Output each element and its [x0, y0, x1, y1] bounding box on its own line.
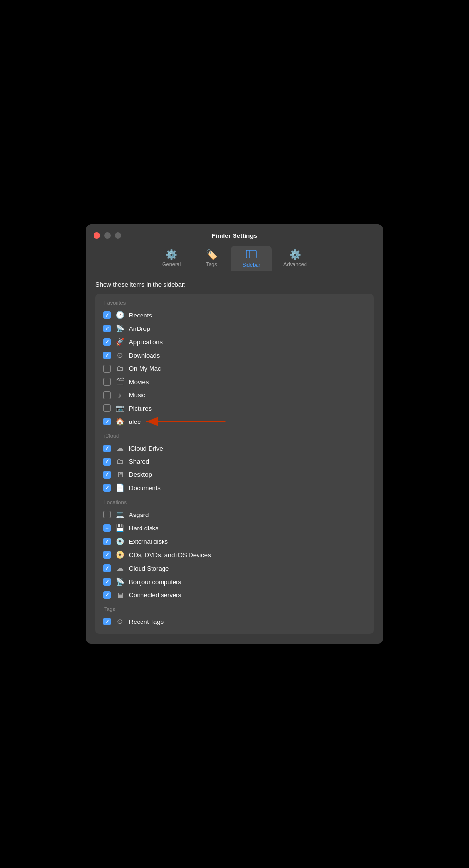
tab-sidebar-label: Sidebar [242, 262, 260, 268]
checkbox-cloud-storage[interactable] [103, 564, 111, 572]
label-applications: Applications [129, 339, 163, 346]
checkbox-cds-dvds[interactable] [103, 551, 111, 559]
desktop-icon: 🖥 [116, 470, 124, 479]
label-desktop: Desktop [129, 471, 152, 478]
label-airdrop: AirDrop [129, 325, 150, 332]
tab-bar: ⚙️ General 🏷️ Tags Sidebar ⚙️ Advanced [151, 246, 318, 271]
label-on-my-mac: On My Mac [129, 365, 161, 372]
checkbox-airdrop[interactable] [103, 325, 111, 332]
label-icloud-drive: iCloud Drive [129, 445, 163, 452]
section-locations-label: Locations [103, 499, 366, 505]
checkbox-shared[interactable] [103, 458, 111, 466]
traffic-lights [94, 232, 121, 239]
sidebar-items-list: Favorites 🕐 Recents 📡 AirDrop 🚀 Applicat… [95, 294, 374, 634]
tab-advanced[interactable]: ⚙️ Advanced [272, 246, 318, 271]
label-music: Music [129, 391, 145, 399]
list-item-applications: 🚀 Applications [103, 335, 366, 349]
list-item-icloud-drive: ☁ iCloud Drive [103, 442, 366, 455]
label-recents: Recents [129, 312, 152, 319]
checkbox-recents[interactable] [103, 311, 111, 319]
bonjour-icon: 📡 [116, 577, 124, 586]
label-cds-dvds: CDs, DVDs, and iOS Devices [129, 551, 211, 559]
checkbox-recent-tags[interactable] [103, 618, 111, 625]
checkbox-connected-servers[interactable] [103, 591, 111, 599]
label-hard-disks: Hard disks [129, 525, 158, 532]
sidebar-icon [246, 250, 257, 260]
documents-icon: 📄 [116, 483, 124, 492]
subtitle: Show these items in the sidebar: [95, 281, 374, 288]
checkbox-external-disks[interactable] [103, 538, 111, 545]
shared-icon: 🗂 [116, 457, 124, 466]
airdrop-icon: 📡 [116, 324, 124, 333]
on-my-mac-icon: 🗂 [116, 364, 124, 373]
tab-sidebar[interactable]: Sidebar [231, 246, 272, 271]
checkbox-desktop[interactable] [103, 471, 111, 479]
annotation-arrow [141, 414, 371, 429]
advanced-icon: ⚙️ [289, 250, 301, 259]
checkbox-on-my-mac[interactable] [103, 365, 111, 373]
list-item-cloud-storage: ☁ Cloud Storage [103, 562, 366, 575]
section-tags-label: Tags [103, 606, 366, 612]
label-asgard: Asgard [129, 511, 149, 518]
label-alec: alec [129, 418, 141, 425]
list-item-on-my-mac: 🗂 On My Mac [103, 362, 366, 375]
tab-tags[interactable]: 🏷️ Tags [192, 246, 231, 271]
alec-icon: 🏠 [116, 417, 124, 426]
list-item-music: ♪ Music [103, 388, 366, 401]
list-item-recents: 🕐 Recents [103, 308, 366, 322]
tab-general-label: General [162, 261, 181, 267]
list-item-bonjour: 📡 Bonjour computers [103, 575, 366, 588]
label-connected-servers: Connected servers [129, 591, 181, 598]
label-recent-tags: Recent Tags [129, 618, 164, 625]
close-button[interactable] [94, 232, 100, 239]
minimize-button[interactable] [104, 232, 111, 239]
list-item-hard-disks: 💾 Hard disks [103, 521, 366, 535]
content-area: Show these items in the sidebar: Favorit… [86, 271, 383, 644]
list-item-connected-servers: 🖥 Connected servers [103, 588, 366, 601]
label-movies: Movies [129, 378, 149, 386]
checkbox-applications[interactable] [103, 338, 111, 346]
tags-icon: 🏷️ [206, 250, 218, 259]
label-external-disks: External disks [129, 538, 168, 545]
label-bonjour: Bonjour computers [129, 578, 181, 586]
hard-disks-icon: 💾 [116, 524, 124, 532]
checkbox-icloud-drive[interactable] [103, 445, 111, 452]
connected-servers-icon: 🖥 [116, 591, 124, 599]
checkbox-pictures[interactable] [103, 404, 111, 412]
label-shared: Shared [129, 458, 149, 465]
checkbox-hard-disks[interactable] [103, 524, 111, 532]
label-documents: Documents [129, 484, 161, 492]
pictures-icon: 📷 [116, 404, 124, 412]
svg-rect-0 [246, 250, 256, 258]
applications-icon: 🚀 [116, 338, 124, 346]
finder-settings-window: Finder Settings ⚙️ General 🏷️ Tags Sideb… [86, 224, 383, 644]
asgard-icon: 💻 [116, 510, 124, 519]
checkbox-bonjour[interactable] [103, 578, 111, 586]
checkbox-asgard[interactable] [103, 511, 111, 518]
label-cloud-storage: Cloud Storage [129, 565, 169, 572]
list-item-movies: 🎬 Movies [103, 375, 366, 388]
section-favorites-label: Favorites [103, 300, 366, 305]
list-item-alec: 🏠 alec [103, 415, 366, 428]
checkbox-downloads[interactable] [103, 352, 111, 359]
checkbox-music[interactable] [103, 391, 111, 399]
maximize-button[interactable] [115, 232, 121, 239]
tab-general[interactable]: ⚙️ General [151, 246, 192, 271]
checkbox-alec[interactable] [103, 418, 111, 425]
cloud-storage-icon: ☁ [116, 564, 124, 573]
list-item-external-disks: 💿 External disks [103, 535, 366, 548]
titlebar: Finder Settings ⚙️ General 🏷️ Tags Sideb… [86, 224, 383, 271]
list-item-desktop: 🖥 Desktop [103, 468, 366, 481]
checkbox-movies[interactable] [103, 378, 111, 386]
list-item-airdrop: 📡 AirDrop [103, 322, 366, 335]
label-downloads: Downloads [129, 352, 160, 359]
tab-advanced-label: Advanced [283, 261, 307, 267]
list-item-documents: 📄 Documents [103, 481, 366, 494]
icloud-drive-icon: ☁ [116, 444, 124, 453]
movies-icon: 🎬 [116, 377, 124, 386]
list-item-cds-dvds: 📀 CDs, DVDs, and iOS Devices [103, 548, 366, 562]
checkbox-documents[interactable] [103, 484, 111, 492]
cds-dvds-icon: 📀 [116, 551, 124, 559]
recent-tags-icon: ⊙ [116, 617, 124, 626]
music-icon: ♪ [116, 391, 124, 399]
